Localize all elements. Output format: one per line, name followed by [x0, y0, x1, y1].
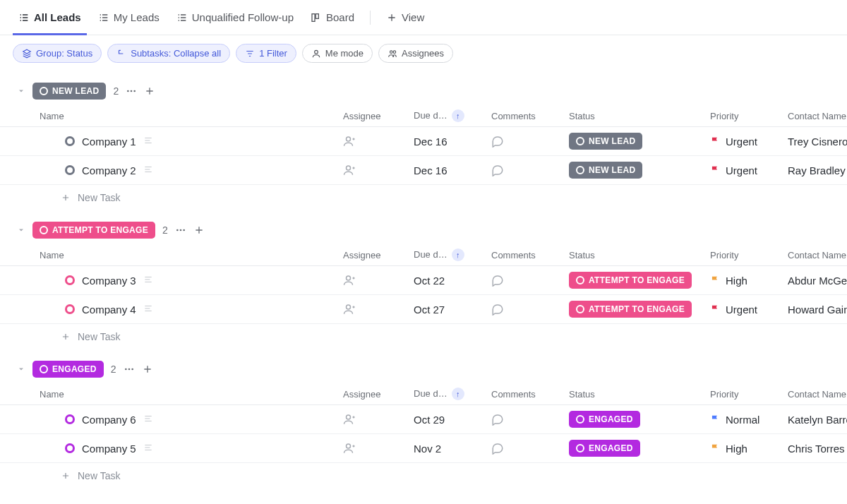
contact-cell[interactable]: Chris Torres	[788, 443, 847, 455]
collapse-toggle[interactable]	[17, 87, 25, 95]
due-date-cell[interactable]: Nov 2	[414, 443, 491, 455]
col-assignee[interactable]: Assignee	[343, 389, 414, 400]
col-assignee[interactable]: Assignee	[343, 111, 414, 121]
status-dot-icon[interactable]	[65, 414, 75, 424]
assignee-cell[interactable]	[343, 303, 414, 316]
task-row[interactable]: Company 6 Oct 29 ENGAGED Normal Katelyn …	[0, 405, 847, 434]
col-comments[interactable]: Comments	[491, 111, 569, 121]
col-contact[interactable]: Contact Name	[788, 111, 847, 121]
task-row[interactable]: Company 4 Oct 27 ATTEMPT TO ENGAGE Urgen…	[0, 295, 847, 324]
col-due[interactable]: Due d…↑	[414, 388, 491, 400]
tab-all-leads[interactable]: All Leads	[13, 0, 87, 35]
assignee-cell[interactable]	[343, 164, 414, 176]
priority-cell[interactable]: Urgent	[710, 164, 788, 176]
status-dot-icon[interactable]	[65, 275, 75, 285]
col-contact[interactable]: Contact Name	[788, 250, 847, 260]
priority-cell[interactable]: Urgent	[710, 304, 788, 316]
task-detail-icon[interactable]	[143, 414, 153, 426]
status-cell[interactable]: NEW LEAD	[569, 133, 710, 150]
due-date-cell[interactable]: Oct 22	[414, 275, 491, 287]
collapse-toggle[interactable]	[17, 226, 25, 234]
task-detail-icon[interactable]	[143, 304, 153, 316]
status-cell[interactable]: NEW LEAD	[569, 162, 710, 179]
task-detail-icon[interactable]	[143, 443, 153, 455]
contact-cell[interactable]: Abdur McGee	[788, 275, 847, 287]
assignee-cell[interactable]	[343, 274, 414, 287]
task-detail-icon[interactable]	[143, 164, 153, 176]
new-task-button[interactable]: New Task	[0, 463, 847, 488]
col-assignee[interactable]: Assignee	[343, 250, 414, 260]
priority-cell[interactable]: High	[710, 443, 788, 455]
group-chip[interactable]: Group: Status	[13, 44, 102, 63]
group-status-pill[interactable]: NEW LEAD	[32, 83, 106, 100]
tab-unqualified[interactable]: Unqualified Follow-up	[171, 0, 299, 35]
group-more-button[interactable]	[175, 224, 186, 236]
status-cell[interactable]: ENGAGED	[569, 440, 710, 457]
col-comments[interactable]: Comments	[491, 389, 569, 400]
status-dot-icon[interactable]	[65, 136, 75, 146]
status-dot-icon[interactable]	[65, 304, 75, 314]
col-priority[interactable]: Priority	[710, 389, 788, 400]
status-cell[interactable]: ENGAGED	[569, 411, 710, 428]
add-view-button[interactable]: View	[380, 0, 430, 35]
group-more-button[interactable]	[126, 85, 137, 97]
contact-cell[interactable]: Ray Bradley	[788, 164, 847, 176]
col-contact[interactable]: Contact Name	[788, 389, 847, 400]
group-more-button[interactable]	[124, 364, 135, 375]
comments-cell[interactable]	[491, 274, 569, 287]
contact-cell[interactable]: Trey Cisneros	[788, 136, 847, 148]
filter-chip[interactable]: 1 Filter	[236, 44, 296, 63]
group-add-task-button[interactable]	[193, 224, 205, 236]
priority-cell[interactable]: High	[710, 275, 788, 287]
priority-cell[interactable]: Normal	[710, 414, 788, 426]
status-cell[interactable]: ATTEMPT TO ENGAGE	[569, 301, 710, 318]
comments-cell[interactable]	[491, 135, 569, 148]
col-status[interactable]: Status	[569, 250, 710, 260]
col-due[interactable]: Due d…↑	[414, 248, 491, 261]
col-comments[interactable]: Comments	[491, 250, 569, 260]
assignee-cell[interactable]	[343, 135, 414, 148]
task-row[interactable]: Company 2 Dec 16 NEW LEAD Urgent Ray Bra…	[0, 156, 847, 185]
due-date-cell[interactable]: Oct 29	[414, 414, 491, 426]
comments-cell[interactable]	[491, 303, 569, 316]
group-add-task-button[interactable]	[142, 364, 153, 375]
comments-cell[interactable]	[491, 442, 569, 455]
col-priority[interactable]: Priority	[710, 250, 788, 260]
status-dot-icon[interactable]	[65, 443, 75, 453]
col-name[interactable]: Name	[40, 111, 343, 121]
assignee-cell[interactable]	[343, 413, 414, 426]
priority-cell[interactable]: Urgent	[710, 136, 788, 148]
comments-cell[interactable]	[491, 413, 569, 426]
col-status[interactable]: Status	[569, 389, 710, 400]
due-date-cell[interactable]: Oct 27	[414, 304, 491, 316]
assignees-chip[interactable]: Assignees	[378, 44, 453, 63]
contact-cell[interactable]: Katelyn Barron	[788, 414, 847, 426]
due-date-cell[interactable]: Dec 16	[414, 136, 491, 148]
status-dot-icon[interactable]	[65, 165, 75, 175]
group-status-pill[interactable]: ATTEMPT TO ENGAGE	[32, 222, 155, 239]
new-task-button[interactable]: New Task	[0, 324, 847, 349]
col-priority[interactable]: Priority	[710, 111, 788, 121]
due-date-cell[interactable]: Dec 16	[414, 164, 491, 176]
comments-cell[interactable]	[491, 164, 569, 176]
task-detail-icon[interactable]	[143, 275, 153, 287]
task-row[interactable]: Company 5 Nov 2 ENGAGED High Chris Torre…	[0, 434, 847, 463]
task-row[interactable]: Company 1 Dec 16 NEW LEAD Urgent Trey Ci…	[0, 127, 847, 156]
group-add-task-button[interactable]	[144, 85, 155, 97]
task-row[interactable]: Company 3 Oct 22 ATTEMPT TO ENGAGE High …	[0, 266, 847, 295]
collapse-toggle[interactable]	[17, 365, 25, 373]
me-mode-chip[interactable]: Me mode	[302, 44, 373, 63]
col-status[interactable]: Status	[569, 111, 710, 121]
tab-board[interactable]: Board	[305, 0, 360, 35]
subtasks-chip[interactable]: Subtasks: Collapse all	[107, 44, 230, 63]
group-status-pill[interactable]: ENGAGED	[32, 361, 104, 378]
col-name[interactable]: Name	[40, 389, 343, 400]
contact-cell[interactable]: Howard Gaines	[788, 304, 847, 316]
col-due[interactable]: Due d…↑	[414, 109, 491, 122]
assignee-cell[interactable]	[343, 442, 414, 455]
status-cell[interactable]: ATTEMPT TO ENGAGE	[569, 272, 710, 289]
task-detail-icon[interactable]	[143, 136, 153, 148]
col-name[interactable]: Name	[40, 250, 343, 260]
new-task-button[interactable]: New Task	[0, 185, 847, 210]
tab-my-leads[interactable]: My Leads	[92, 0, 165, 35]
